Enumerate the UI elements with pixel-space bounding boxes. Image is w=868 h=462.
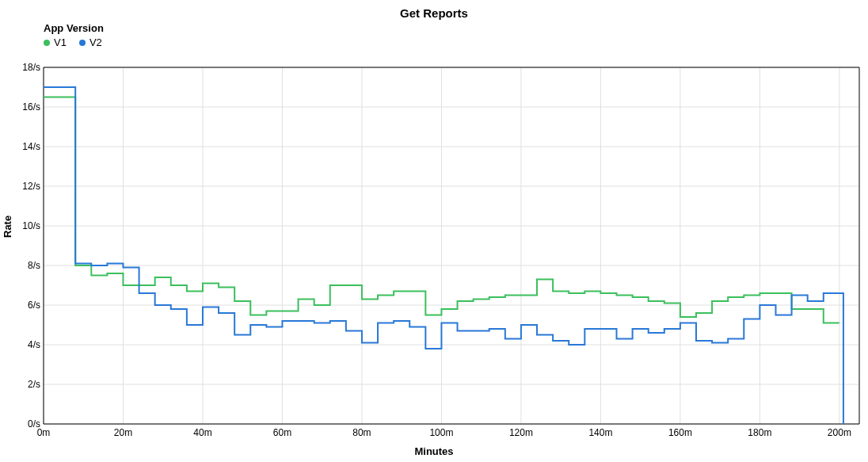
y-tick-label: 18/s (22, 62, 40, 73)
x-tick-label: 20m (114, 427, 132, 438)
x-tick-label: 120m (509, 427, 533, 438)
x-tick-label: 60m (273, 427, 291, 438)
y-tick-label: 16/s (22, 101, 40, 113)
x-tick-label: 140m (588, 427, 612, 438)
y-tick-label: 14/s (22, 141, 40, 152)
y-tick-label: 12/s (22, 181, 40, 192)
x-tick-label: 160m (668, 427, 692, 438)
y-tick-label: 2/s (28, 379, 40, 390)
y-tick-label: 6/s (28, 300, 40, 311)
x-tick-label: 40m (193, 427, 211, 438)
x-tick-label: 180m (748, 427, 771, 438)
y-tick-label: 4/s (28, 339, 40, 350)
x-tick-label: 100m (429, 427, 453, 438)
series-v2 (44, 87, 843, 424)
x-tick-label: 0m (37, 427, 51, 438)
chart-container: Get Reports App Version V1 V2 Rate Minut… (0, 0, 868, 462)
chart-plot (0, 0, 868, 462)
y-tick-label: 8/s (28, 260, 40, 271)
y-tick-label: 10/s (22, 220, 40, 231)
x-tick-label: 80m (352, 427, 371, 438)
x-tick-label: 200m (828, 427, 851, 438)
